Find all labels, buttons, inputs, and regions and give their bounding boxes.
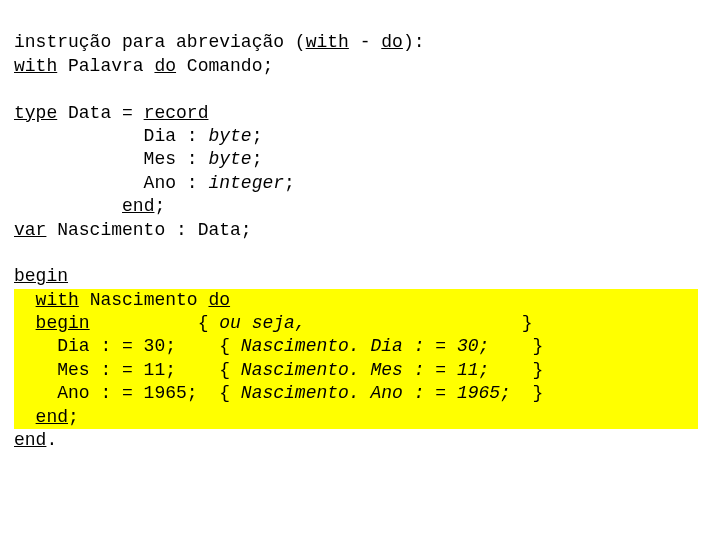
text: Comando; [176,56,273,76]
text: - [349,32,381,52]
type-integer: integer [208,173,284,193]
text: Ano : = 1965; [14,383,219,403]
text: Mes : = 11; [14,360,219,380]
brace: } [511,336,543,356]
pad [14,290,36,310]
text: Palavra [57,56,154,76]
text: Ano : [14,173,208,193]
brace: } [511,360,543,380]
keyword-with: with [36,290,79,310]
brace: } [511,313,533,333]
inner-begin-line: begin { ou seja, } [14,312,698,335]
type-byte: byte [208,126,251,146]
keyword-record: record [144,103,209,123]
keyword-do: do [208,290,230,310]
code-listing: instrução para abreviação (with - do): w… [14,8,706,452]
pad [90,313,198,333]
brace: } [511,383,543,403]
text: . [46,430,57,450]
comment: ou seja, [219,313,511,333]
comment: Nascimento. Dia : = 30; [241,336,511,356]
keyword-begin: begin [36,313,90,333]
text: ): [403,32,425,52]
begin-outer: begin [14,266,68,286]
keyword-end: end [36,407,68,427]
field-dia: Dia : byte; [14,126,262,146]
assign-dia-line: Dia : = 30; { Nascimento. Dia : = 30; } [14,335,698,358]
brace: { [219,383,241,403]
text: ; [68,407,79,427]
end-record: end; [14,196,165,216]
pad [14,407,36,427]
keyword-type: type [14,103,57,123]
header-line-2: with Palavra do Comando; [14,56,273,76]
brace: { [219,336,241,356]
field-ano: Ano : integer; [14,173,295,193]
text: ; [154,196,165,216]
brace: { [198,313,220,333]
assign-mes-line: Mes : = 11; { Nascimento. Mes : = 11; } [14,359,698,382]
keyword-end: end [122,196,154,216]
var-line: var Nascimento : Data; [14,220,252,240]
comment: Nascimento. Ano : = 1965; [241,383,511,403]
comment: Nascimento. Mes : = 11; [241,360,511,380]
assign-ano-line: Ano : = 1965; { Nascimento. Ano : = 1965… [14,382,698,405]
keyword-do: do [154,56,176,76]
text: Nascimento : Data; [46,220,251,240]
text: instrução para abreviação ( [14,32,306,52]
keyword-var: var [14,220,46,240]
brace: { [219,360,241,380]
header-line-1: instrução para abreviação (with - do): [14,32,425,52]
text: Dia : [14,126,208,146]
text: Dia : = 30; [14,336,219,356]
keyword-with: with [306,32,349,52]
pad [14,313,36,333]
text: Nascimento [79,290,209,310]
keyword-end: end [14,430,46,450]
pad [14,196,122,216]
type-line: type Data = record [14,103,208,123]
keyword-do: do [381,32,403,52]
text: Mes : [14,149,208,169]
keyword-with: with [14,56,57,76]
keyword-begin: begin [14,266,68,286]
with-line: with Nascimento do [14,289,698,312]
field-mes: Mes : byte; [14,149,262,169]
inner-end-line: end; [14,406,698,429]
text: Data = [57,103,143,123]
outer-end-line: end. [14,430,57,450]
type-byte: byte [208,149,251,169]
